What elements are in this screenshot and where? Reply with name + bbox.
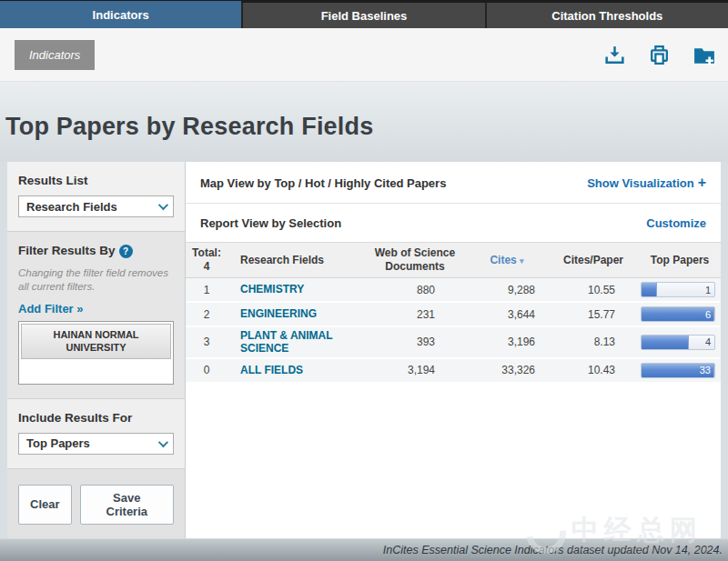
map-view-row: Map View by Top / Hot / Highly Cited Pap… bbox=[186, 162, 721, 204]
show-visualization-text: Show Visualization bbox=[587, 176, 694, 190]
top-papers-cell: 33 bbox=[639, 363, 721, 378]
top-papers-bar-fill bbox=[642, 336, 689, 349]
include-results-section: Include Results For Top Papers bbox=[7, 398, 185, 469]
column-header-wos-documents[interactable]: Web of Science Documents bbox=[364, 246, 466, 274]
cites-per-paper-value: 15.77 bbox=[548, 308, 639, 321]
results-list-section: Results List Research Fields bbox=[7, 162, 185, 231]
total-label: Total: bbox=[186, 246, 228, 260]
cites-value: 3,644 bbox=[466, 308, 548, 321]
chevron-down-icon bbox=[158, 200, 168, 210]
title-band: Top Papers by Research Fields bbox=[0, 82, 728, 162]
documents-value: 880 bbox=[364, 284, 466, 296]
table-row: 0 ALL FIELDS 3,194 33,326 10.43 33 bbox=[186, 359, 721, 384]
results-list-select[interactable]: Research Fields bbox=[18, 195, 174, 217]
esi-indicators-page: { "tabs": { "items": [ { "label": "Indic… bbox=[0, 0, 728, 561]
breadcrumb[interactable]: Indicators bbox=[15, 40, 95, 70]
include-results-select[interactable]: Top Papers bbox=[18, 433, 174, 455]
customize-link[interactable]: Customize bbox=[646, 216, 706, 230]
toolbar: Indicators bbox=[0, 28, 728, 82]
help-icon[interactable]: ? bbox=[119, 245, 133, 258]
add-filter-link[interactable]: Add Filter » bbox=[18, 302, 84, 316]
row-rank: 2 bbox=[186, 308, 228, 321]
documents-value: 231 bbox=[364, 308, 466, 321]
tab-indicators[interactable]: Indicators bbox=[0, 1, 241, 28]
top-papers-cell: 6 bbox=[639, 306, 721, 322]
cites-value: 9,288 bbox=[466, 284, 548, 296]
row-rank: 3 bbox=[186, 336, 228, 348]
active-filters-box: HAINAN NORMAL UNIVERSITY bbox=[18, 321, 174, 385]
dataset-updated-text: InCites Essential Science Indicators dat… bbox=[383, 544, 723, 556]
content: Results List Research Fields Filter Resu… bbox=[7, 162, 721, 538]
cites-value: 3,196 bbox=[466, 336, 548, 348]
top-papers-cell: 4 bbox=[639, 335, 721, 350]
filter-label-text: Filter Results By bbox=[18, 244, 116, 257]
table-row: 3 PLANT & ANIMAL SCIENCE 393 3,196 8.13 … bbox=[186, 327, 721, 359]
top-papers-bar-fill bbox=[642, 283, 657, 296]
filter-note: Changing the filter field removes all cu… bbox=[18, 266, 174, 295]
folder-add-icon[interactable] bbox=[693, 44, 717, 66]
research-field-link[interactable]: PLANT & ANIMAL SCIENCE bbox=[228, 329, 364, 356]
clear-button[interactable]: Clear bbox=[18, 485, 72, 525]
sort-descending-icon: ▾ bbox=[520, 256, 524, 265]
main-panel: Map View by Top / Hot / Highly Cited Pap… bbox=[186, 162, 721, 538]
save-criteria-button[interactable]: Save Criteria bbox=[80, 485, 174, 525]
top-papers-value: 33 bbox=[700, 365, 711, 376]
research-field-link[interactable]: CHEMISTRY bbox=[228, 283, 364, 296]
column-header-research-fields[interactable]: Research Fields bbox=[228, 254, 364, 267]
table-header: Total: 4 Research Fields Web of Science … bbox=[186, 242, 721, 278]
map-view-title: Map View by Top / Hot / Highly Cited Pap… bbox=[200, 176, 446, 190]
top-papers-bar: 33 bbox=[641, 363, 715, 378]
include-results-label: Include Results For bbox=[18, 411, 174, 425]
show-visualization-link[interactable]: Show Visualization+ bbox=[587, 175, 706, 191]
cites-value: 33,326 bbox=[466, 364, 548, 376]
column-header-top-papers[interactable]: Top Papers bbox=[639, 254, 721, 267]
plus-icon: + bbox=[698, 175, 706, 190]
sidebar-buttons: Clear Save Criteria bbox=[7, 469, 185, 540]
research-field-link[interactable]: ENGINEERING bbox=[228, 307, 364, 320]
chevron-down-icon bbox=[158, 437, 168, 447]
include-results-selected-value: Top Papers bbox=[26, 436, 90, 450]
page-title: Top Papers by Research Fields bbox=[5, 113, 373, 141]
column-header-total: Total: 4 bbox=[186, 246, 228, 274]
results-list-label: Results List bbox=[18, 174, 174, 187]
top-papers-bar-fill bbox=[642, 307, 714, 321]
top-papers-bar: 1 bbox=[641, 282, 715, 297]
row-rank: 1 bbox=[186, 284, 228, 296]
table-row: 2 ENGINEERING 231 3,644 15.77 6 bbox=[186, 303, 721, 327]
top-papers-bar: 6 bbox=[641, 306, 715, 322]
top-papers-value: 1 bbox=[705, 285, 711, 296]
filter-section-label: Filter Results By? bbox=[18, 244, 174, 258]
filter-chip-hainan-normal-university[interactable]: HAINAN NORMAL UNIVERSITY bbox=[21, 324, 171, 359]
top-papers-bar: 4 bbox=[641, 335, 715, 350]
filter-section: Filter Results By? Changing the filter f… bbox=[7, 231, 185, 398]
results-list-selected-value: Research Fields bbox=[26, 200, 117, 214]
tab-citation-thresholds[interactable]: Citation Thresholds bbox=[485, 3, 728, 28]
documents-value: 3,194 bbox=[364, 364, 466, 376]
report-view-row: Report View by Selection Customize bbox=[186, 204, 721, 242]
total-count: 4 bbox=[186, 260, 228, 274]
cites-per-paper-value: 10.43 bbox=[548, 364, 639, 376]
top-papers-value: 4 bbox=[705, 336, 711, 347]
table-row: 1 CHEMISTRY 880 9,288 10.55 1 bbox=[186, 278, 721, 303]
report-view-title: Report View by Selection bbox=[200, 216, 341, 230]
cites-header-text: Cites bbox=[490, 254, 516, 266]
top-tab-bar: Indicators Field Baselines Citation Thre… bbox=[0, 0, 728, 28]
research-field-link[interactable]: ALL FIELDS bbox=[228, 364, 364, 376]
column-header-cites-per-paper[interactable]: Cites/Paper bbox=[548, 254, 639, 267]
footer-bar: InCites Essential Science Indicators dat… bbox=[0, 538, 728, 561]
documents-value: 393 bbox=[364, 336, 466, 348]
sidebar: Results List Research Fields Filter Resu… bbox=[7, 162, 186, 538]
top-papers-value: 6 bbox=[705, 309, 711, 320]
cites-per-paper-value: 10.55 bbox=[548, 284, 639, 296]
toolbar-icons bbox=[603, 44, 719, 66]
tab-field-baselines[interactable]: Field Baselines bbox=[241, 3, 484, 28]
cites-per-paper-value: 8.13 bbox=[548, 336, 639, 348]
print-icon[interactable] bbox=[648, 44, 671, 66]
row-rank: 0 bbox=[186, 364, 228, 376]
download-icon[interactable] bbox=[603, 44, 626, 66]
top-papers-cell: 1 bbox=[639, 282, 721, 297]
column-header-cites-sorted[interactable]: Cites ▾ bbox=[466, 254, 548, 267]
